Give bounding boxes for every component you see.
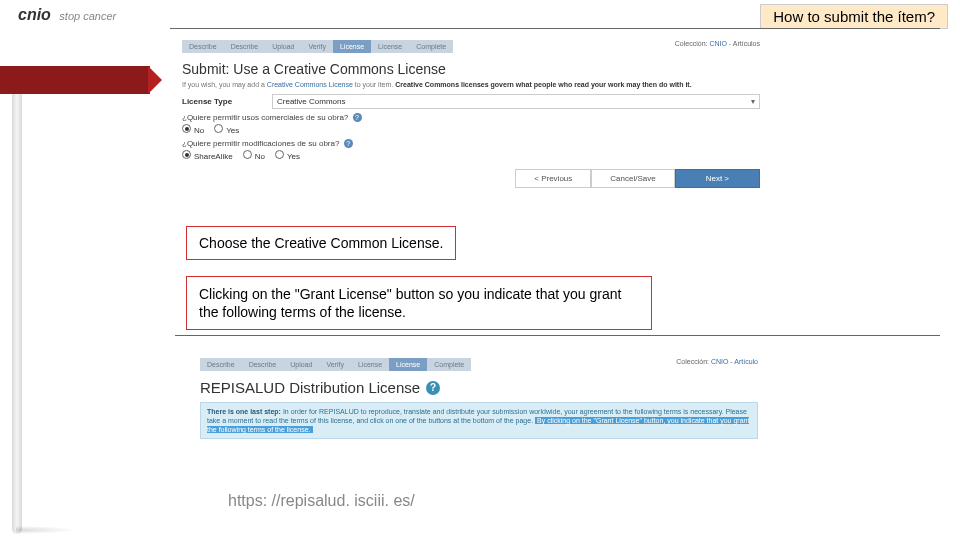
wizard-tabs: Describe Describe Upload Verify License … xyxy=(182,40,760,53)
brand-tagline: stop cancer xyxy=(59,10,116,22)
next-button[interactable]: Next > xyxy=(675,169,760,188)
annotation-choose: Choose the Creative Common License. xyxy=(186,226,456,260)
form-heading: Submit: Use a Creative Commons License xyxy=(182,61,760,77)
banner-bold: There is one last step: xyxy=(207,408,281,415)
breadcrumb-suffix: Artículos xyxy=(733,40,760,47)
decor-arrow xyxy=(148,66,162,94)
decor-bar xyxy=(0,66,150,94)
license-type-label: License Type xyxy=(182,97,272,106)
radio-yes-label-2: Yes xyxy=(287,152,300,161)
divider xyxy=(175,335,940,336)
annotation-grant: Clicking on the "Grant License" button s… xyxy=(186,276,652,330)
radio-no-2[interactable] xyxy=(243,150,252,159)
breadcrumb: Colección: CNIO - Artículos xyxy=(675,40,760,47)
tab-upload[interactable]: Upload xyxy=(283,358,319,371)
radio-no[interactable] xyxy=(182,124,191,133)
breadcrumb-label: Colección: xyxy=(676,358,709,365)
question-commercial-text: ¿Quiere permitir usos comerciales de su … xyxy=(182,113,348,122)
question-modifications: ¿Quiere permitir modificaciones de su ob… xyxy=(182,139,760,148)
slide-decor xyxy=(0,26,155,516)
brand-name: cnio xyxy=(18,6,51,23)
breadcrumb-link[interactable]: CNIO xyxy=(709,40,727,47)
brand-logo: cnio stop cancer xyxy=(18,6,116,24)
breadcrumb-label: Colección: xyxy=(675,40,708,47)
decor-stem xyxy=(12,94,22,534)
tab-complete[interactable]: Complete xyxy=(427,358,471,371)
help-icon[interactable]: ? xyxy=(353,113,362,122)
question-commercial: ¿Quiere permitir usos comerciales de su … xyxy=(182,113,760,122)
tab-license-2[interactable]: License xyxy=(389,358,427,371)
radio-no-label: No xyxy=(194,126,204,135)
radio-yes-2[interactable] xyxy=(275,150,284,159)
radio-sharealike-label: ShareAlike xyxy=(194,152,233,161)
decor-shadow xyxy=(16,526,76,534)
intro-bold: Creative Commons licenses govern what pe… xyxy=(395,81,691,88)
tab-describe[interactable]: Describe xyxy=(200,358,242,371)
license-type-row: License Type Creative Commons xyxy=(182,94,760,109)
breadcrumb-link[interactable]: CNIO - Artículo xyxy=(711,358,758,365)
radio-yes-label: Yes xyxy=(226,126,239,135)
info-banner: There is one last step: In order for REP… xyxy=(200,402,758,439)
cancel-save-button[interactable]: Cancel/Save xyxy=(591,169,674,188)
tab-verify[interactable]: Verify xyxy=(319,358,351,371)
form-buttons: < Previous Cancel/Save Next > xyxy=(182,169,760,188)
tab-describe[interactable]: Describe xyxy=(182,40,224,53)
screenshot-distribution-license: Colección: CNIO - Artículo Describe Desc… xyxy=(194,354,764,443)
tab-upload[interactable]: Upload xyxy=(265,40,301,53)
radio-sharealike[interactable] xyxy=(182,150,191,159)
page-title: How to submit the ítem? xyxy=(760,4,948,29)
intro-text-2: to your item. xyxy=(355,81,395,88)
help-icon[interactable]: ? xyxy=(426,381,440,395)
tab-describe-2[interactable]: Describe xyxy=(224,40,266,53)
tab-license[interactable]: License xyxy=(351,358,389,371)
wizard-tabs: Describe Describe Upload Verify License … xyxy=(200,358,758,371)
help-icon[interactable]: ? xyxy=(344,139,353,148)
radio-no-label-2: No xyxy=(255,152,265,161)
question-modifications-text: ¿Quiere permitir modificaciones de su ob… xyxy=(182,139,339,148)
cc-link[interactable]: Creative Commons License xyxy=(267,81,353,88)
previous-button[interactable]: < Previous xyxy=(515,169,591,188)
form-heading-text: REPISALUD Distribution License xyxy=(200,379,420,396)
tab-verify[interactable]: Verify xyxy=(301,40,333,53)
tab-describe-2[interactable]: Describe xyxy=(242,358,284,371)
screenshot-license-step: Colección: CNIO - Artículos Describe Des… xyxy=(176,36,766,196)
tab-complete[interactable]: Complete xyxy=(409,40,453,53)
intro-text: If you wish, you may add a xyxy=(182,81,267,88)
footer-url: https: //repisalud. isciii. es/ xyxy=(228,492,415,510)
radio-group-commercial: No Yes xyxy=(182,124,760,135)
form-heading: REPISALUD Distribution License ? xyxy=(200,379,758,396)
radio-group-modifications: ShareAlike No Yes xyxy=(182,150,760,161)
divider xyxy=(170,28,940,29)
radio-yes[interactable] xyxy=(214,124,223,133)
tab-license-2[interactable]: License xyxy=(371,40,409,53)
form-intro: If you wish, you may add a Creative Comm… xyxy=(182,81,760,88)
license-type-select[interactable]: Creative Commons xyxy=(272,94,760,109)
tab-license[interactable]: License xyxy=(333,40,371,53)
breadcrumb: Colección: CNIO - Artículo xyxy=(676,358,758,365)
